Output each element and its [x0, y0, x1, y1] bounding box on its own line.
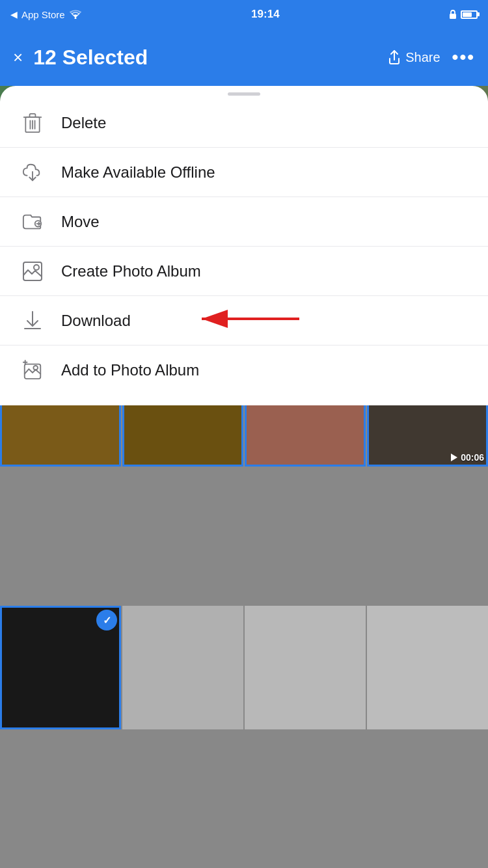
sheet-handle — [228, 92, 260, 96]
lock-icon — [449, 10, 457, 19]
share-button[interactable]: Share — [387, 49, 440, 65]
status-left: ◀ App Store — [10, 9, 82, 20]
status-right — [449, 10, 478, 19]
folder-move-icon — [18, 208, 47, 236]
menu-item-download[interactable]: Download — [0, 296, 488, 346]
add-album-label: Add to Photo Album — [61, 361, 199, 379]
svg-rect-1 — [450, 14, 456, 19]
download-icon — [18, 306, 47, 335]
menu-item-add-album[interactable]: Add to Photo Album — [0, 346, 488, 395]
create-album-label: Create Photo Album — [61, 262, 201, 280]
cloud-download-icon — [18, 158, 47, 187]
nav-actions: Share ••• — [387, 47, 475, 68]
nav-bar: × 12 Selected Share ••• — [0, 29, 488, 86]
svg-point-10 — [34, 265, 39, 270]
share-label: Share — [405, 50, 440, 65]
close-button[interactable]: × — [13, 47, 23, 68]
more-button[interactable]: ••• — [452, 47, 475, 68]
svg-marker-2 — [451, 454, 457, 461]
trash-icon — [18, 109, 47, 137]
menu-item-delete[interactable]: Delete — [0, 98, 488, 148]
delete-label: Delete — [61, 114, 106, 132]
photo-cell[interactable] — [367, 606, 488, 729]
status-time: 19:14 — [251, 8, 279, 21]
back-arrow-icon: ◀ — [10, 9, 18, 20]
menu-item-create-album[interactable]: Create Photo Album — [0, 247, 488, 296]
svg-point-0 — [74, 18, 76, 20]
wifi-icon — [69, 10, 82, 19]
play-icon — [449, 453, 458, 462]
menu-item-move[interactable]: Move — [0, 197, 488, 247]
selection-badge: ✓ — [96, 610, 117, 631]
download-label: Download — [61, 312, 131, 330]
carrier-label: App Store — [21, 9, 65, 20]
photo-cell[interactable]: ✓ — [0, 606, 121, 729]
add-photo-icon — [18, 356, 47, 385]
status-bar: ◀ App Store 19:14 — [0, 0, 488, 29]
battery-icon — [461, 10, 478, 19]
share-icon — [387, 49, 401, 65]
video-duration: 00:06 — [449, 452, 484, 463]
offline-label: Make Available Offline — [61, 163, 215, 182]
menu-item-offline[interactable]: Make Available Offline — [0, 148, 488, 197]
photo-album-icon — [18, 257, 47, 286]
photo-cell[interactable] — [122, 606, 243, 729]
action-sheet: Delete Make Available Offline Move — [0, 86, 488, 405]
photo-cell[interactable] — [245, 606, 366, 729]
selected-count-title: 12 Selected — [33, 46, 387, 70]
move-label: Move — [61, 213, 100, 231]
